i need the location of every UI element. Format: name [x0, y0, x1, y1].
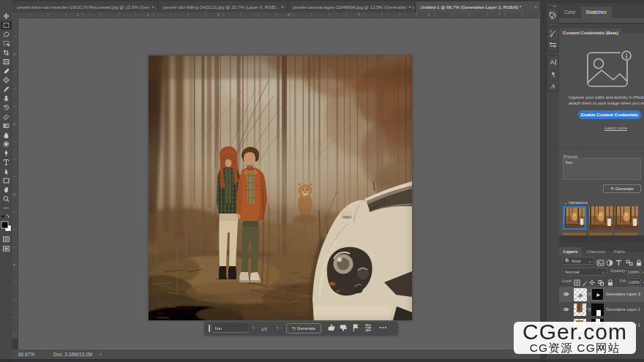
- svg-text:A: A: [550, 83, 555, 90]
- svg-text:¶: ¶: [552, 71, 555, 78]
- svg-text:A: A: [550, 59, 554, 66]
